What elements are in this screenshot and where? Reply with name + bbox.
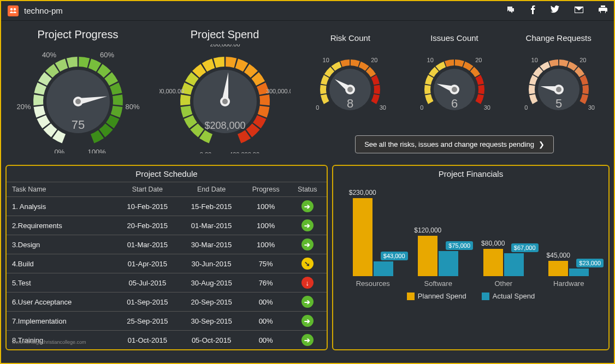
- cell-start: 10-Feb-2015: [115, 197, 179, 216]
- cell-end: 30-Sep-2015: [179, 312, 243, 331]
- bar-planned: $45,000: [548, 261, 568, 276]
- svg-text:100,000.00: 100,000.00: [159, 88, 184, 94]
- svg-text:400,000.00: 400,000.00: [229, 151, 259, 153]
- svg-point-0: [10, 8, 13, 10]
- svg-point-48: [556, 87, 561, 92]
- svg-text:60%: 60%: [99, 51, 114, 59]
- cell-end: 30-Aug-2015: [179, 273, 243, 293]
- gauge-title: Issues Count: [409, 25, 499, 43]
- button-label: See all the risks, issues and change req…: [364, 140, 534, 148]
- twitter-icon[interactable]: [551, 5, 559, 16]
- cell-end: 01-Mar-2015: [179, 216, 243, 235]
- gauge-title: Change Requests: [513, 25, 604, 43]
- gauge-title: Risk Count: [305, 25, 395, 43]
- legend-planned: Planned Spend: [407, 292, 466, 300]
- svg-text:0: 0: [316, 104, 320, 111]
- cell-start: 01-Mar-2015: [115, 235, 179, 254]
- svg-text:8: 8: [347, 97, 353, 110]
- table-row: 7.Implementation 25-Sep-2015 30-Sep-2015…: [7, 312, 327, 331]
- app-title: techno-pm: [24, 6, 63, 15]
- status-green-icon: ➔: [301, 334, 314, 346]
- bar-category-label: Resources: [356, 279, 390, 288]
- gauge-project-spend: Project Spend 0.00100,000.00200,000.0030…: [152, 25, 297, 162]
- cell-start: 20-Feb-2015: [115, 216, 179, 235]
- gauge-issues-count: Issues Count 01020306: [409, 25, 499, 124]
- cell-start: 05-Jul-2015: [115, 273, 179, 293]
- svg-point-30: [347, 87, 353, 92]
- cell-end: 30-Jun-2015: [179, 254, 243, 273]
- bar-actual: $67,000: [504, 253, 524, 276]
- status-green-icon: ➔: [301, 219, 314, 231]
- bar-actual: $23,000: [569, 268, 589, 276]
- cell-task: 4.Build: [7, 254, 115, 273]
- print-icon[interactable]: [599, 5, 607, 16]
- svg-text:75: 75: [71, 118, 84, 132]
- cell-progress: 100%: [244, 197, 288, 216]
- chevron-right-icon: ❯: [539, 140, 545, 148]
- svg-text:30: 30: [484, 104, 490, 111]
- project-financials-panel: Project Financials $230,000 $43,000 Reso…: [332, 165, 610, 350]
- svg-text:6: 6: [451, 97, 458, 110]
- cell-end: 20-Sep-2015: [179, 293, 243, 312]
- legend-actual: Actual Spend: [482, 292, 535, 300]
- status-green-icon: ➔: [301, 296, 314, 308]
- svg-text:20%: 20%: [16, 103, 31, 111]
- cell-end: 05-Oct-2015: [179, 331, 243, 350]
- cell-start: 25-Sep-2015: [115, 312, 179, 331]
- cell-task: 1. Analysis: [7, 197, 115, 216]
- svg-text:$208,000: $208,000: [204, 120, 245, 131]
- cell-start: 01-Oct-2015: [115, 331, 179, 350]
- col-header: Start Date: [115, 182, 179, 197]
- cell-progress: 00%: [244, 331, 288, 350]
- bar-group: $120,000 $75,000 Software: [413, 189, 464, 288]
- svg-point-11: [75, 99, 81, 104]
- cell-task: 5.Test: [7, 273, 115, 293]
- svg-text:5: 5: [555, 97, 562, 110]
- bar-group: $230,000 $43,000 Resources: [347, 189, 399, 288]
- chat-icon[interactable]: [506, 5, 515, 16]
- svg-text:20: 20: [371, 57, 378, 63]
- bar-group: $45,000 $23,000 Hardware: [543, 189, 595, 288]
- panel-title: Project Schedule: [7, 166, 327, 182]
- project-schedule-panel: Project Schedule Task NameStart DateEnd …: [5, 165, 328, 350]
- watermark-text: www.heritagechristiancollege.com: [12, 339, 86, 345]
- gauge-change-requests: Change Requests 01020305: [513, 25, 604, 124]
- svg-text:10: 10: [531, 57, 537, 63]
- cell-progress: 100%: [244, 216, 288, 235]
- table-row: 6.User Acceptance 01-Sep-2015 20-Sep-201…: [7, 293, 327, 312]
- svg-text:0: 0: [524, 104, 528, 111]
- status-red-icon: ↓: [301, 277, 314, 289]
- facebook-icon[interactable]: [530, 5, 535, 16]
- svg-text:20: 20: [579, 57, 586, 63]
- cell-task: 3.Design: [7, 235, 115, 254]
- svg-text:10: 10: [323, 57, 329, 63]
- mail-icon[interactable]: [575, 5, 583, 16]
- col-header: Task Name: [7, 182, 115, 197]
- gauge-risk-count: Risk Count 01020308: [305, 25, 395, 124]
- bar-planned: $230,000: [353, 198, 372, 276]
- cell-progress: 75%: [244, 254, 288, 273]
- table-row: 2.Requirements 20-Feb-2015 01-Mar-2015 1…: [7, 216, 327, 235]
- see-all-pending-button[interactable]: See all the risks, issues and change req…: [355, 135, 554, 153]
- gauge-title: Project Progress: [5, 28, 150, 41]
- bar-planned: $120,000: [418, 236, 437, 276]
- table-row: 4.Build 01-Apr-2015 30-Jun-2015 75% ➘: [7, 254, 327, 273]
- status-green-icon: ➔: [301, 200, 314, 212]
- cell-progress: 00%: [244, 312, 288, 331]
- bar-category-label: Software: [424, 279, 452, 288]
- financials-chart: $230,000 $43,000 Resources $120,000 $75,…: [333, 182, 608, 318]
- svg-text:200,000.00: 200,000.00: [210, 44, 240, 47]
- bar-planned: $80,000: [483, 249, 503, 276]
- svg-text:20: 20: [475, 57, 482, 63]
- bar-category-label: Other: [494, 279, 512, 288]
- cell-end: 30-Mar-2015: [179, 235, 243, 254]
- svg-text:30: 30: [588, 104, 594, 111]
- status-green-icon: ➔: [301, 238, 314, 250]
- cell-start: 01-Sep-2015: [115, 293, 179, 312]
- bar-category-label: Hardware: [553, 279, 584, 288]
- svg-point-1: [14, 8, 16, 10]
- svg-text:0%: 0%: [54, 148, 64, 153]
- gauge-project-progress: Project Progress 0%20%40%60%80%100%75: [5, 25, 150, 162]
- cell-end: 15-Feb-2015: [179, 197, 243, 216]
- svg-text:30: 30: [380, 104, 386, 111]
